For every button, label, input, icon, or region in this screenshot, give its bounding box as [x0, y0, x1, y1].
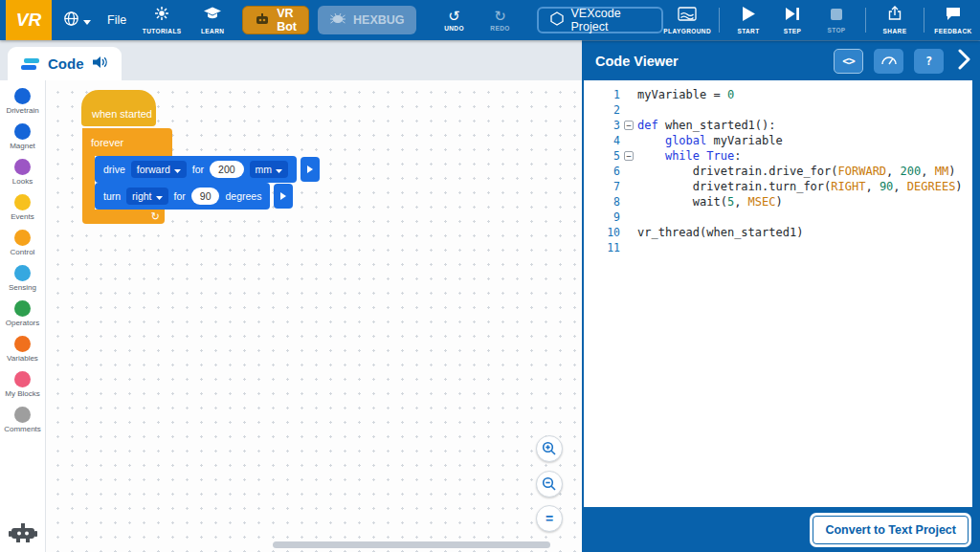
fold-marker-icon[interactable]: −: [624, 121, 634, 130]
block-workspace[interactable]: when started forever ↻ drive: [46, 80, 582, 552]
share-icon: [887, 6, 902, 25]
sidebar-item-my-blocks[interactable]: My Blocks: [4, 371, 41, 398]
fold-marker-icon[interactable]: −: [624, 151, 634, 161]
category-color-icon: [14, 123, 31, 140]
code-text: global myVariable: [637, 134, 783, 147]
toolbar-divider: [719, 8, 720, 33]
fold-cell: −: [620, 121, 637, 130]
sidebar-item-control[interactable]: Control: [4, 230, 41, 256]
share-label: SHARE: [883, 28, 907, 34]
sidebar-item-looks[interactable]: Looks: [4, 159, 41, 186]
step-button[interactable]: STEP: [771, 1, 813, 39]
file-menu-button[interactable]: File: [101, 13, 132, 27]
drive-verb-label: drive: [103, 164, 125, 175]
code-viewer-title: Code Viewer: [595, 54, 679, 69]
turn-direction-dropdown[interactable]: right: [126, 188, 167, 205]
redo-button[interactable]: ↻ REDO: [479, 1, 522, 39]
forever-block[interactable]: forever: [82, 128, 172, 156]
block-category-sidebar: DrivetrainMagnetLooksEventsControlSensin…: [0, 80, 46, 552]
category-label: Comments: [4, 425, 41, 433]
code-viewer-footer: Convert to Text Project: [582, 507, 980, 552]
drive-block-body[interactable]: drive forward for 200 mm: [95, 156, 297, 183]
playground-button[interactable]: PLAYGROUND: [663, 1, 711, 39]
turn-block[interactable]: turn right for 90 degrees: [95, 183, 293, 210]
code-tab-label: Code: [48, 55, 84, 72]
forever-block-spine[interactable]: [82, 156, 95, 210]
sidebar-item-magnet[interactable]: Magnet: [4, 123, 41, 150]
line-number: 8: [593, 195, 620, 209]
category-label: Events: [11, 212, 33, 221]
code-view-toggle-button[interactable]: <>: [834, 49, 863, 74]
code-text: def when_started1():: [637, 119, 776, 132]
category-color-icon: [14, 194, 31, 210]
drive-expand-button[interactable]: [301, 157, 320, 182]
sidebar-item-drivetrain[interactable]: Drivetrain: [4, 88, 41, 115]
tab-code[interactable]: Code: [8, 47, 122, 80]
line-number: 10: [593, 226, 620, 239]
gauge-icon: [880, 54, 898, 68]
turn-block-body[interactable]: turn right for 90 degrees: [95, 183, 270, 210]
line-number: 11: [593, 241, 620, 254]
speech-bubble-icon: [946, 7, 961, 25]
project-name-field[interactable]: VEXcode Project: [537, 7, 664, 33]
hexbug-button[interactable]: HEXBUG: [318, 6, 415, 34]
code-text: myVariable = 0: [637, 88, 734, 101]
horizontal-scrollbar[interactable]: [273, 541, 550, 548]
sidebar-item-operators[interactable]: Operators: [4, 300, 41, 327]
line-number: 5: [593, 149, 620, 163]
language-button[interactable]: [60, 1, 93, 39]
category-label: Looks: [12, 177, 33, 186]
code-line: 5− while True:: [593, 148, 972, 164]
learn-label: LEARN: [201, 28, 224, 34]
drive-unit-dropdown[interactable]: mm: [250, 161, 289, 178]
turn-angle-input[interactable]: 90: [191, 188, 220, 205]
zoom-in-button[interactable]: [536, 435, 563, 462]
category-color-icon: [14, 159, 31, 175]
zoom-out-button[interactable]: [536, 471, 563, 497]
tutorials-button[interactable]: TUTORIALS: [141, 1, 183, 39]
when-started-block[interactable]: when started: [81, 90, 156, 126]
speaker-icon[interactable]: [93, 55, 108, 73]
help-button[interactable]: ?: [914, 49, 944, 74]
drive-distance-input[interactable]: 200: [210, 161, 244, 178]
chevron-down-icon: [276, 164, 282, 175]
forever-label: forever: [91, 137, 123, 148]
dashboard-button[interactable]: [874, 49, 903, 74]
vr-bot-button[interactable]: VR Bot: [242, 6, 309, 34]
code-viewer-panel: Code Viewer <> ?: [582, 40, 980, 552]
turn-direction-value: right: [132, 190, 151, 202]
play-icon: [743, 7, 755, 25]
code-line: 7 drivetrain.turn_for(RIGHT, 90, DEGREES…: [593, 179, 972, 194]
redo-label: REDO: [490, 25, 509, 32]
chevron-down-icon: [174, 164, 181, 175]
vr-logo: VR: [6, 0, 52, 40]
undo-button[interactable]: ↺ UNDO: [434, 1, 476, 39]
sidebar-categories: DrivetrainMagnetLooksEventsControlSensin…: [4, 88, 41, 442]
when-started-label: when started: [92, 108, 152, 120]
turn-for-label: for: [174, 190, 186, 202]
turn-unit-label: degrees: [225, 190, 261, 202]
drive-for-label: for: [192, 164, 204, 175]
code-line: 3−def when_started1():: [593, 118, 972, 133]
feedback-button[interactable]: FEEDBACK: [932, 1, 974, 39]
stop-button[interactable]: STOP: [815, 1, 858, 39]
sidebar-item-events[interactable]: Events: [4, 194, 41, 221]
learn-button[interactable]: LEARN: [191, 1, 234, 39]
sidebar-item-variables[interactable]: Variables: [4, 336, 41, 363]
zoom-reset-button[interactable]: =: [536, 505, 563, 532]
category-color-icon: [14, 336, 31, 352]
collapse-panel-button[interactable]: [958, 49, 970, 73]
code-lines: 1myVariable = 023−def when_started1():4 …: [593, 87, 972, 255]
code-area: 1myVariable = 023−def when_started1():4 …: [582, 80, 980, 507]
start-button[interactable]: START: [727, 1, 769, 39]
chevron-down-icon: [156, 190, 163, 202]
turn-expand-button[interactable]: [274, 184, 293, 209]
forever-block-foot[interactable]: ↻: [82, 210, 165, 224]
drive-direction-dropdown[interactable]: forward: [131, 161, 187, 178]
drive-block[interactable]: drive forward for 200 mm: [95, 156, 320, 183]
sidebar-item-comments[interactable]: Comments: [4, 407, 41, 433]
share-button[interactable]: SHARE: [874, 1, 916, 39]
convert-to-text-button[interactable]: Convert to Text Project: [813, 516, 969, 544]
sidebar-item-sensing[interactable]: Sensing: [4, 265, 41, 292]
code-line: 8 wait(5, MSEC): [593, 194, 972, 210]
